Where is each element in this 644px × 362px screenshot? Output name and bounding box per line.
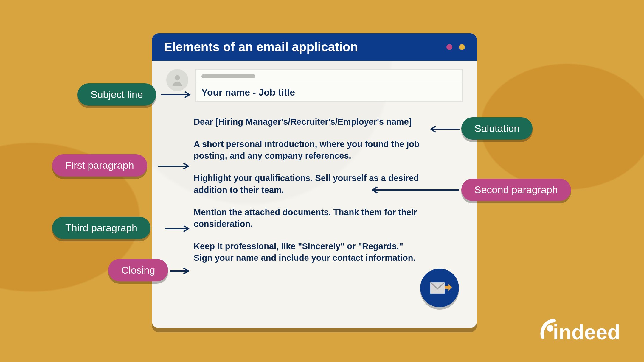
diagram-canvas: Elements of an email application Your na…	[0, 0, 644, 362]
send-button[interactable]	[420, 269, 459, 307]
label-closing: Closing	[108, 259, 168, 281]
label-salutation: Salutation	[461, 117, 533, 140]
window-titlebar: Elements of an email application	[152, 33, 477, 61]
indeed-swoosh-icon	[540, 319, 556, 341]
window-title: Elements of an email application	[164, 40, 440, 54]
subject-field: Your name - Job title	[195, 83, 463, 102]
arrow-first-icon	[158, 161, 193, 171]
label-third: Third paragraph	[52, 217, 150, 239]
email-header: Your name - Job title	[152, 61, 477, 102]
indeed-wordmark: indeed	[553, 320, 620, 344]
avatar-icon	[166, 69, 188, 91]
label-second: Second paragraph	[461, 179, 571, 201]
to-placeholder-icon	[201, 74, 255, 78]
svg-point-8	[547, 325, 553, 332]
to-field	[195, 69, 463, 83]
first-paragraph-text: A short personal introduction, where you…	[194, 138, 420, 162]
svg-point-0	[175, 75, 180, 81]
arrow-subject-icon	[161, 89, 194, 100]
window-dot-minimize-icon	[446, 44, 452, 50]
envelope-send-icon	[427, 275, 452, 301]
indeed-logo: indeed	[540, 320, 620, 344]
email-window: Elements of an email application Your na…	[152, 33, 477, 328]
arrow-salutation-icon	[428, 124, 460, 135]
window-dot-close-icon	[459, 44, 465, 50]
arrow-closing-icon	[170, 266, 193, 276]
label-first: First paragraph	[52, 154, 147, 177]
third-paragraph-text: Mention the attached documents. Thank th…	[194, 207, 420, 230]
salutation-text: Dear [Hiring Manager's/Recruiter's/Emplo…	[194, 116, 420, 128]
label-subject: Subject line	[77, 83, 156, 106]
closing-text: Keep it professional, like "Sincerely" o…	[194, 241, 420, 264]
arrow-third-icon	[165, 223, 193, 234]
arrow-second-icon	[370, 185, 459, 195]
